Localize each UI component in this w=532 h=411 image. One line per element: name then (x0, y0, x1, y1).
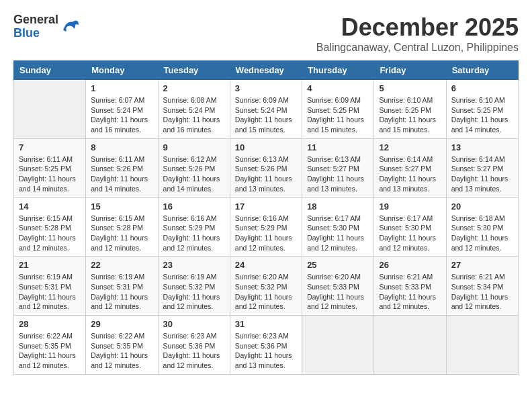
calendar-week-row: 21Sunrise: 6:19 AMSunset: 5:31 PMDayligh… (14, 257, 519, 316)
day-info: Sunrise: 6:22 AMSunset: 5:35 PMDaylight:… (91, 331, 152, 371)
day-info: Sunrise: 6:23 AMSunset: 5:36 PMDaylight:… (235, 331, 297, 371)
day-number: 7 (19, 142, 81, 152)
day-info: Sunrise: 6:23 AMSunset: 5:36 PMDaylight:… (163, 331, 225, 371)
logo-general-text: General (13, 13, 58, 27)
calendar-cell: 25Sunrise: 6:20 AMSunset: 5:33 PMDayligh… (302, 257, 374, 316)
header-friday: Friday (374, 61, 446, 80)
logo-icon (60, 17, 80, 37)
day-number: 22 (91, 260, 152, 270)
day-number: 11 (307, 142, 369, 152)
day-number: 16 (163, 201, 225, 212)
day-number: 29 (91, 319, 152, 329)
day-number: 12 (379, 142, 441, 152)
day-number: 13 (451, 142, 513, 152)
day-info: Sunrise: 6:21 AMSunset: 5:34 PMDaylight:… (451, 272, 513, 312)
day-number: 2 (163, 83, 225, 93)
calendar-week-row: 14Sunrise: 6:15 AMSunset: 5:28 PMDayligh… (14, 197, 519, 257)
calendar-cell: 19Sunrise: 6:17 AMSunset: 5:30 PMDayligh… (374, 197, 446, 257)
calendar-cell (14, 80, 86, 139)
day-info: Sunrise: 6:09 AMSunset: 5:25 PMDaylight:… (307, 95, 369, 135)
location-title: Balingcanaway, Central Luzon, Philippine… (316, 42, 519, 54)
day-number: 8 (91, 142, 152, 152)
calendar-cell (374, 316, 446, 375)
month-title: December 2025 (316, 13, 519, 42)
day-number: 1 (91, 83, 152, 93)
logo: General Blue (13, 13, 80, 40)
day-info: Sunrise: 6:08 AMSunset: 5:24 PMDaylight:… (163, 95, 225, 135)
calendar-table: SundayMondayTuesdayWednesdayThursdayFrid… (13, 60, 519, 375)
day-number: 6 (451, 83, 513, 93)
day-info: Sunrise: 6:17 AMSunset: 5:30 PMDaylight:… (307, 214, 369, 253)
calendar-cell: 4Sunrise: 6:09 AMSunset: 5:25 PMDaylight… (302, 80, 374, 139)
header-wednesday: Wednesday (230, 61, 302, 80)
header: General Blue December 2025 Balingcanaway… (13, 13, 519, 54)
calendar-cell: 28Sunrise: 6:22 AMSunset: 5:35 PMDayligh… (14, 316, 86, 375)
calendar-cell: 6Sunrise: 6:10 AMSunset: 5:25 PMDaylight… (446, 80, 518, 139)
calendar-cell: 24Sunrise: 6:20 AMSunset: 5:32 PMDayligh… (230, 257, 302, 316)
day-number: 17 (235, 201, 297, 212)
day-number: 31 (235, 319, 297, 329)
calendar-week-row: 7Sunrise: 6:11 AMSunset: 5:25 PMDaylight… (14, 138, 519, 197)
header-sunday: Sunday (14, 61, 86, 80)
day-info: Sunrise: 6:17 AMSunset: 5:30 PMDaylight:… (379, 214, 441, 253)
day-info: Sunrise: 6:19 AMSunset: 5:32 PMDaylight:… (163, 272, 225, 312)
calendar-cell: 5Sunrise: 6:10 AMSunset: 5:25 PMDaylight… (374, 80, 446, 139)
day-number: 5 (379, 83, 441, 93)
calendar-cell: 31Sunrise: 6:23 AMSunset: 5:36 PMDayligh… (230, 316, 302, 375)
day-number: 9 (163, 142, 225, 152)
day-info: Sunrise: 6:16 AMSunset: 5:29 PMDaylight:… (235, 214, 297, 253)
calendar-cell (446, 316, 518, 375)
logo-blue-text: Blue (13, 27, 58, 40)
calendar-cell: 18Sunrise: 6:17 AMSunset: 5:30 PMDayligh… (302, 197, 374, 257)
calendar-cell: 3Sunrise: 6:09 AMSunset: 5:24 PMDaylight… (230, 80, 302, 139)
day-number: 18 (307, 201, 369, 212)
day-number: 15 (91, 201, 152, 212)
header-saturday: Saturday (446, 61, 518, 80)
day-info: Sunrise: 6:19 AMSunset: 5:31 PMDaylight:… (91, 272, 152, 312)
day-info: Sunrise: 6:19 AMSunset: 5:31 PMDaylight:… (19, 272, 81, 312)
day-number: 27 (451, 260, 513, 270)
calendar-cell: 13Sunrise: 6:14 AMSunset: 5:27 PMDayligh… (446, 138, 518, 197)
day-number: 4 (307, 83, 369, 93)
calendar-cell: 20Sunrise: 6:18 AMSunset: 5:30 PMDayligh… (446, 197, 518, 257)
day-number: 28 (19, 319, 81, 329)
day-info: Sunrise: 6:11 AMSunset: 5:25 PMDaylight:… (19, 154, 81, 194)
calendar-cell: 1Sunrise: 6:07 AMSunset: 5:24 PMDaylight… (86, 80, 158, 139)
calendar-cell: 30Sunrise: 6:23 AMSunset: 5:36 PMDayligh… (158, 316, 230, 375)
day-number: 10 (235, 142, 297, 152)
calendar-header-row: SundayMondayTuesdayWednesdayThursdayFrid… (14, 61, 519, 80)
day-info: Sunrise: 6:22 AMSunset: 5:35 PMDaylight:… (19, 331, 81, 371)
calendar-cell: 22Sunrise: 6:19 AMSunset: 5:31 PMDayligh… (86, 257, 158, 316)
day-info: Sunrise: 6:14 AMSunset: 5:27 PMDaylight:… (451, 154, 513, 194)
calendar-cell: 29Sunrise: 6:22 AMSunset: 5:35 PMDayligh… (86, 316, 158, 375)
calendar-cell: 27Sunrise: 6:21 AMSunset: 5:34 PMDayligh… (446, 257, 518, 316)
day-number: 25 (307, 260, 369, 270)
day-info: Sunrise: 6:09 AMSunset: 5:24 PMDaylight:… (235, 95, 297, 135)
calendar-week-row: 1Sunrise: 6:07 AMSunset: 5:24 PMDaylight… (14, 80, 519, 139)
calendar-cell: 7Sunrise: 6:11 AMSunset: 5:25 PMDaylight… (14, 138, 86, 197)
calendar-cell: 21Sunrise: 6:19 AMSunset: 5:31 PMDayligh… (14, 257, 86, 316)
calendar-cell: 9Sunrise: 6:12 AMSunset: 5:26 PMDaylight… (158, 138, 230, 197)
calendar-cell: 26Sunrise: 6:21 AMSunset: 5:33 PMDayligh… (374, 257, 446, 316)
day-info: Sunrise: 6:14 AMSunset: 5:27 PMDaylight:… (379, 154, 441, 194)
day-info: Sunrise: 6:07 AMSunset: 5:24 PMDaylight:… (91, 95, 152, 135)
day-info: Sunrise: 6:13 AMSunset: 5:27 PMDaylight:… (307, 154, 369, 194)
day-info: Sunrise: 6:21 AMSunset: 5:33 PMDaylight:… (379, 272, 441, 312)
calendar-cell: 15Sunrise: 6:15 AMSunset: 5:28 PMDayligh… (86, 197, 158, 257)
day-info: Sunrise: 6:15 AMSunset: 5:28 PMDaylight:… (19, 214, 81, 253)
day-info: Sunrise: 6:12 AMSunset: 5:26 PMDaylight:… (163, 154, 225, 194)
day-number: 21 (19, 260, 81, 270)
header-monday: Monday (86, 61, 158, 80)
calendar-cell: 17Sunrise: 6:16 AMSunset: 5:29 PMDayligh… (230, 197, 302, 257)
day-info: Sunrise: 6:10 AMSunset: 5:25 PMDaylight:… (379, 95, 441, 135)
calendar-cell: 10Sunrise: 6:13 AMSunset: 5:26 PMDayligh… (230, 138, 302, 197)
day-info: Sunrise: 6:16 AMSunset: 5:29 PMDaylight:… (163, 214, 225, 253)
day-number: 23 (163, 260, 225, 270)
calendar-cell: 23Sunrise: 6:19 AMSunset: 5:32 PMDayligh… (158, 257, 230, 316)
title-area: December 2025 Balingcanaway, Central Luz… (316, 13, 519, 54)
calendar-cell (302, 316, 374, 375)
calendar-cell: 8Sunrise: 6:11 AMSunset: 5:26 PMDaylight… (86, 138, 158, 197)
day-info: Sunrise: 6:13 AMSunset: 5:26 PMDaylight:… (235, 154, 297, 194)
calendar-cell: 12Sunrise: 6:14 AMSunset: 5:27 PMDayligh… (374, 138, 446, 197)
day-number: 20 (451, 201, 513, 212)
